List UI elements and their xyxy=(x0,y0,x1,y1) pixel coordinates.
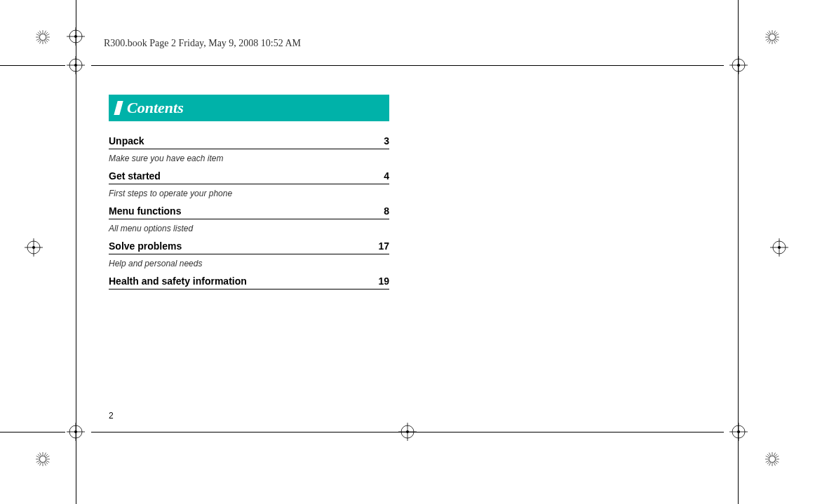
toc-entry: Get started 4 First steps to operate you… xyxy=(109,170,389,198)
svg-point-23 xyxy=(74,430,77,433)
toc-entry: Unpack 3 Make sure you have each item xyxy=(109,135,389,163)
svg-point-27 xyxy=(406,430,409,433)
sunburst-icon xyxy=(763,450,781,468)
reg-mark-icon xyxy=(398,423,417,441)
toc-entry: Solve problems 17 Help and personal need… xyxy=(109,240,389,268)
svg-point-15 xyxy=(32,246,35,249)
reg-mark-icon xyxy=(729,56,748,74)
crop-line-top xyxy=(91,65,724,66)
svg-point-7 xyxy=(74,64,77,67)
content-area: Contents Unpack 3 Make sure you have eac… xyxy=(109,95,389,294)
contents-banner: Contents xyxy=(109,95,389,121)
toc-title: Solve problems xyxy=(109,240,182,252)
toc-page: 17 xyxy=(378,240,389,252)
reg-mark-icon xyxy=(67,27,85,46)
svg-point-40 xyxy=(40,34,46,41)
toc-desc: Make sure you have each item xyxy=(109,154,389,163)
toc-title: Menu functions xyxy=(109,205,181,217)
toc-title: Unpack xyxy=(109,135,144,147)
crop-line-top xyxy=(0,65,65,66)
toc-title: Health and safety information xyxy=(109,275,247,287)
reg-mark-icon xyxy=(729,423,748,441)
reg-mark-icon xyxy=(67,423,85,441)
toc-desc: First steps to operate your phone xyxy=(109,189,389,198)
banner-title: Contents xyxy=(127,99,184,117)
document-header: R300.book Page 2 Friday, May 9, 2008 10:… xyxy=(104,38,301,49)
svg-point-11 xyxy=(737,64,740,67)
svg-point-31 xyxy=(737,430,740,433)
toc-entry: Health and safety information 19 xyxy=(109,275,389,290)
toc-title: Get started xyxy=(109,170,161,182)
crop-line-bottom xyxy=(0,432,65,433)
toc-entry: Menu functions 8 All menu options listed xyxy=(109,205,389,233)
svg-point-19 xyxy=(778,246,781,249)
svg-point-67 xyxy=(769,456,776,463)
page-number: 2 xyxy=(109,411,114,421)
sunburst-icon xyxy=(34,450,52,468)
reg-mark-icon xyxy=(770,238,788,257)
svg-point-49 xyxy=(769,34,776,41)
sunburst-icon xyxy=(34,28,52,46)
toc-desc: All menu options listed xyxy=(109,224,389,233)
toc-desc: Help and personal needs xyxy=(109,259,389,268)
toc-page: 4 xyxy=(384,170,389,182)
svg-point-3 xyxy=(74,35,77,38)
sunburst-icon xyxy=(763,28,781,46)
reg-mark-icon xyxy=(67,56,85,74)
banner-bar-icon xyxy=(114,101,123,115)
toc-page: 3 xyxy=(384,135,389,147)
toc-page: 19 xyxy=(378,275,389,287)
reg-mark-icon xyxy=(25,238,43,257)
toc-page: 8 xyxy=(384,205,389,217)
svg-point-58 xyxy=(40,456,46,463)
